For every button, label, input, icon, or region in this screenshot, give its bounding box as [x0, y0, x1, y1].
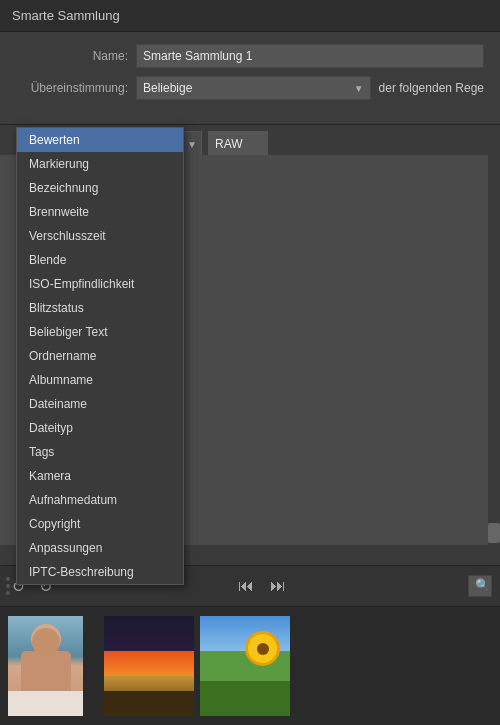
- film-thumb-3[interactable]: [200, 616, 290, 716]
- dropdown-item-aufnahmedatum[interactable]: Aufnahmedatum: [17, 488, 183, 512]
- photo-sunset: [104, 616, 194, 716]
- dropdown-item-beliebiger-text[interactable]: Beliebiger Text: [17, 320, 183, 344]
- title-bar: Smarte Sammlung: [0, 0, 500, 32]
- toolbar-center: ⏮ ⏭: [234, 575, 290, 597]
- dialog-title: Smarte Sammlung: [12, 8, 120, 23]
- sidebar-dots: [6, 577, 10, 595]
- dropdown-item-kamera[interactable]: Kamera: [17, 464, 183, 488]
- dropdown-item-brennweite[interactable]: Brennweite: [17, 200, 183, 224]
- match-select[interactable]: Beliebige ▼: [136, 76, 371, 100]
- match-row: Übereinstimmung: Beliebige ▼ der folgend…: [16, 76, 484, 100]
- photo-woman: [8, 616, 83, 716]
- dropdown-item-dateiname[interactable]: Dateiname: [17, 392, 183, 416]
- sunflower-center: [257, 643, 269, 655]
- film-thumb-2[interactable]: [104, 616, 194, 716]
- dropdown-item-iso-empfindlichkeit[interactable]: ISO-Empfindlichkeit: [17, 272, 183, 296]
- scroll-thumb[interactable]: [488, 523, 500, 543]
- dropdown-item-ordnername[interactable]: Ordnername: [17, 344, 183, 368]
- toolbar-right: 🔍: [468, 575, 492, 597]
- rule-condition-arrow: ▼: [187, 139, 197, 150]
- match-suffix: der folgenden Rege: [379, 81, 484, 95]
- dropdown-item-dateityp[interactable]: Dateityp: [17, 416, 183, 440]
- dropdown-item-blitzstatus[interactable]: Blitzstatus: [17, 296, 183, 320]
- dropdown-menu: BewertenMarkierungBezeichnungBrennweiteV…: [16, 127, 184, 585]
- dialog-form: Name: Übereinstimmung: Beliebige ▼ der f…: [0, 32, 500, 125]
- sunflower-icon: [245, 631, 280, 666]
- film-thumb-1[interactable]: [8, 616, 98, 716]
- scrollbar[interactable]: [488, 155, 500, 545]
- match-label: Übereinstimmung:: [16, 81, 136, 95]
- name-input[interactable]: [136, 44, 484, 68]
- photo-sunflower: [200, 616, 290, 716]
- dropdown-item-iptc-beschreibung[interactable]: IPTC-Beschreibung: [17, 560, 183, 584]
- dot-1: [6, 577, 10, 581]
- search-button[interactable]: 🔍: [468, 575, 492, 597]
- dropdown-item-albumname[interactable]: Albumname: [17, 368, 183, 392]
- dropdown-item-anpassungen[interactable]: Anpassungen: [17, 536, 183, 560]
- dot-2: [6, 584, 10, 588]
- dot-3: [6, 591, 10, 595]
- film-strip: [0, 607, 500, 725]
- skip-first-button[interactable]: ⏮: [234, 575, 258, 597]
- name-label: Name:: [16, 49, 136, 63]
- dropdown-item-markierung[interactable]: Markierung: [17, 152, 183, 176]
- skip-last-button[interactable]: ⏭: [266, 575, 290, 597]
- dropdown-item-copyright[interactable]: Copyright: [17, 512, 183, 536]
- rule-value-field: RAW: [208, 131, 268, 157]
- dropdown-item-bezeichnung[interactable]: Bezeichnung: [17, 176, 183, 200]
- dropdown-item-verschlusszeit[interactable]: Verschlusszeit: [17, 224, 183, 248]
- rule-value-label: RAW: [215, 137, 243, 151]
- name-row: Name:: [16, 44, 484, 68]
- dropdown-item-blende[interactable]: Blende: [17, 248, 183, 272]
- dropdown-item-tags[interactable]: Tags: [17, 440, 183, 464]
- match-select-arrow: ▼: [354, 83, 364, 94]
- dropdown-item-bewerten[interactable]: Bewerten: [17, 128, 183, 152]
